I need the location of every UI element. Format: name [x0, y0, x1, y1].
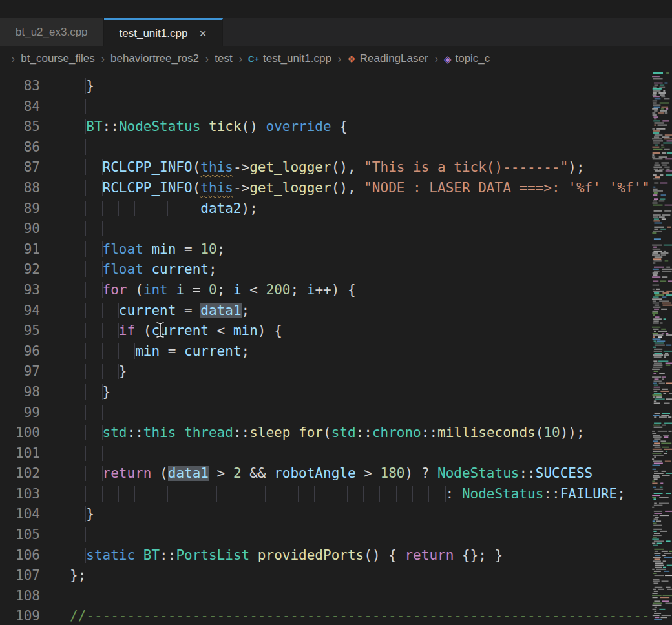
code-area[interactable]: 83 }84 85 BT::NodeStatus tick() override… [0, 71, 651, 625]
line-number: 92 [0, 260, 40, 280]
code-line[interactable]: 99 [0, 403, 651, 424]
code-text: //--------------------------------------… [70, 606, 651, 625]
code-text: current = data1; [70, 301, 249, 322]
breadcrumb: ›bt_course_files›behaviortree_ros2›test›… [0, 46, 672, 71]
tab-label: bt_u2_ex3.cpp [16, 26, 88, 39]
code-line[interactable]: 101 [0, 444, 651, 464]
code-line[interactable]: 102 return (data1 > 2 && robotAngle > 18… [0, 464, 651, 484]
code-line[interactable]: 83 } [0, 76, 651, 97]
line-number: 97 [0, 362, 40, 382]
code-line[interactable]: 88 RCLCPP_INFO(this->get_logger(), "NODE… [0, 178, 651, 199]
breadcrumb-item[interactable]: behaviortree_ros2 [110, 52, 199, 65]
code-text [70, 219, 103, 240]
line-number: 90 [0, 219, 40, 240]
minimap[interactable] [651, 71, 672, 625]
code-text: BT::NodeStatus tick() override { [70, 117, 348, 138]
code-line[interactable]: 100 std::this_thread::sleep_for(std::chr… [0, 423, 651, 444]
line-number: 88 [0, 178, 40, 199]
chevron-right-icon: › [101, 52, 104, 66]
tab-bt-u2-ex3-cpp[interactable]: bt_u2_ex3.cpp [0, 18, 104, 46]
code-line[interactable]: 104 } [0, 504, 651, 525]
breadcrumb-label: topic_c [455, 52, 490, 65]
code-line[interactable]: 87 RCLCPP_INFO(this->get_logger(), "This… [0, 158, 651, 178]
tab-test-unit1-cpp[interactable]: test_unit1.cpp × [104, 18, 223, 46]
code-line[interactable]: 97 } [0, 362, 651, 382]
code-text: float current; [70, 260, 217, 280]
code-line[interactable]: 86 [0, 138, 651, 158]
field-symbol-icon: ◈ [444, 54, 452, 64]
line-number: 96 [0, 342, 40, 362]
line-number: 98 [0, 382, 40, 403]
code-text: RCLCPP_INFO(this->get_logger(), "NODE : … [70, 178, 651, 199]
code-line[interactable]: 98 } [0, 382, 651, 403]
code-line[interactable]: 109//-----------------------------------… [0, 606, 651, 625]
code-text: : NodeStatus::FAILURE; [70, 484, 625, 505]
line-number: 86 [0, 138, 40, 158]
class-symbol-icon: ❖ [347, 54, 355, 64]
line-number: 84 [0, 97, 40, 118]
line-number: 108 [0, 586, 40, 607]
code-line[interactable]: 107}; [0, 566, 651, 586]
breadcrumb-label: ReadingLaser [360, 52, 428, 65]
chevron-right-icon: › [238, 52, 242, 66]
code-text: static BT::PortsList providedPorts() { r… [70, 546, 503, 566]
breadcrumb-label: test [215, 52, 232, 65]
line-number: 83 [0, 76, 40, 97]
breadcrumb-label: test_unit1.cpp [263, 52, 331, 65]
close-icon[interactable]: × [199, 27, 206, 39]
code-line[interactable]: 90 [0, 219, 651, 240]
line-number: 106 [0, 546, 40, 566]
code-text: std::this_thread::sleep_for(std::chrono:… [70, 423, 585, 444]
chevron-right-icon: › [434, 52, 437, 66]
code-line[interactable]: 91 float min = 10; [0, 240, 651, 260]
code-line[interactable]: 108 [0, 586, 651, 607]
code-text [70, 97, 86, 118]
code-line[interactable]: 85 BT::NodeStatus tick() override { [0, 117, 651, 138]
breadcrumb-item[interactable]: C+test_unit1.cpp [248, 52, 331, 65]
code-line[interactable]: 94 current = data1; [0, 301, 651, 322]
line-number: 91 [0, 240, 40, 260]
line-number: 109 [0, 606, 40, 625]
breadcrumb-item[interactable]: ❖ReadingLaser [347, 52, 428, 65]
line-number: 101 [0, 444, 40, 464]
code-text: float min = 10; [70, 240, 225, 260]
code-line[interactable]: 95 if (current < min) { [0, 321, 651, 342]
code-line[interactable]: 92 float current; [0, 260, 651, 280]
code-text: } [70, 76, 94, 97]
tab-label: test_unit1.cpp [120, 27, 188, 40]
code-text: }; [70, 566, 86, 586]
code-text: } [70, 362, 127, 382]
code-line[interactable]: 103 : NodeStatus::FAILURE; [0, 484, 651, 505]
line-number: 100 [0, 423, 40, 444]
chevron-right-icon: › [12, 52, 15, 66]
line-number: 103 [0, 484, 40, 505]
line-number: 95 [0, 321, 40, 342]
tab-bar: bt_u2_ex3.cpp test_unit1.cpp × [0, 18, 672, 46]
breadcrumb-item[interactable]: bt_course_files [21, 52, 94, 65]
code-text: data2); [70, 199, 258, 220]
line-number: 102 [0, 464, 40, 484]
code-line[interactable]: 89 data2); [0, 199, 651, 220]
breadcrumb-label: bt_course_files [21, 52, 94, 65]
chevron-right-icon: › [338, 52, 341, 66]
code-text [70, 525, 86, 546]
code-text: } [70, 382, 110, 403]
code-line[interactable]: 96 min = current; [0, 342, 651, 362]
code-line[interactable]: 93 for (int i = 0; i < 200; i++) { [0, 280, 651, 301]
editor: 83 }84 85 BT::NodeStatus tick() override… [0, 71, 672, 625]
code-line[interactable]: 106 static BT::PortsList providedPorts()… [0, 546, 651, 566]
breadcrumb-label: behaviortree_ros2 [110, 52, 199, 65]
code-line[interactable]: 105 [0, 525, 651, 546]
line-number: 93 [0, 280, 40, 301]
code-text [70, 138, 86, 158]
cpp-file-icon: C+ [248, 55, 259, 63]
code-line[interactable]: 84 [0, 97, 651, 118]
breadcrumb-item[interactable]: ◈topic_c [444, 52, 490, 65]
title-bar [0, 0, 672, 18]
vscode-window: bt_u2_ex3.cpp test_unit1.cpp × ›bt_cours… [0, 0, 672, 625]
line-number: 105 [0, 525, 40, 546]
code-text: for (int i = 0; i < 200; i++) { [70, 280, 356, 301]
line-number: 107 [0, 566, 40, 586]
breadcrumb-item[interactable]: test [215, 52, 232, 65]
code-text: if (current < min) { [70, 321, 282, 342]
